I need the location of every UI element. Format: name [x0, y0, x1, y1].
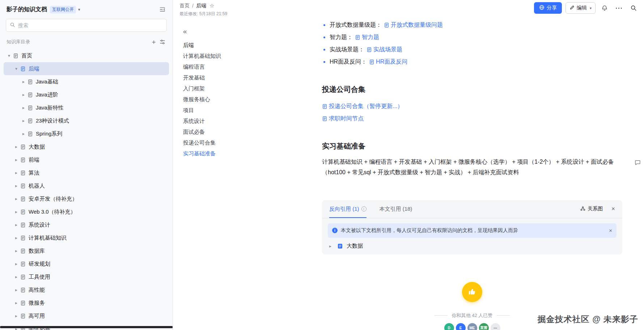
expand-arrow-icon[interactable]: ▸: [20, 118, 27, 123]
expand-arrow-icon[interactable]: ▾: [6, 53, 12, 58]
expand-arrow-icon[interactable]: ▸: [13, 144, 20, 149]
tree-item[interactable]: ▸ 23种设计模式: [4, 114, 169, 127]
tree-item[interactable]: ▸ Web 3.0（待补充）: [4, 205, 169, 218]
tree-item-label: 安卓开发（待补充）: [29, 196, 77, 202]
tree-item[interactable]: ▸ 安卓开发（待补充）: [4, 192, 169, 205]
relation-graph-button[interactable]: 关系图: [580, 206, 603, 212]
bullet-list: 开放式数据量级题： 开放式数据量级问题 智力题：: [322, 19, 622, 68]
outline-item[interactable]: 系统设计: [183, 116, 292, 127]
tree-item[interactable]: ▸ 高性能: [4, 283, 169, 296]
expand-arrow-icon[interactable]: ▸: [13, 170, 20, 175]
tree-item-label: 后端: [29, 65, 39, 72]
tree-item[interactable]: ▸ 算法: [4, 166, 169, 179]
expand-arrow-icon[interactable]: ▸: [20, 79, 27, 84]
expand-arrow-icon[interactable]: ▸: [13, 248, 20, 253]
close-panel-icon[interactable]: ×: [611, 205, 615, 213]
tree-item[interactable]: ▸ 数据库: [4, 244, 169, 257]
outline-item[interactable]: 开发基础: [183, 72, 292, 83]
tree-item[interactable]: ▸ 系统设计: [4, 218, 169, 231]
expand-arrow-icon[interactable]: ▸: [20, 131, 27, 136]
tree-item-label: Web 3.0（待补充）: [29, 209, 76, 215]
add-page-icon[interactable]: +: [149, 38, 158, 46]
tree-item[interactable]: ▸ 前端: [4, 153, 169, 166]
expand-arrow-icon[interactable]: ▸: [13, 287, 20, 292]
avatar[interactable]: D: [444, 323, 454, 330]
dismiss-banner-icon[interactable]: ×: [609, 227, 612, 233]
expand-arrow-icon[interactable]: ▾: [13, 66, 20, 71]
outline-item[interactable]: 计算机基础知识: [183, 51, 292, 61]
edit-label: 编辑: [577, 5, 587, 11]
tree-item[interactable]: ▸ 高可用: [4, 309, 169, 322]
outline-item[interactable]: 实习基础准备: [183, 148, 292, 159]
tree-item[interactable]: ▸ Spring系列: [4, 127, 169, 140]
outline-item[interactable]: 项目: [183, 105, 292, 116]
expand-arrow-icon[interactable]: ▸: [20, 92, 27, 97]
sidebar-collapse-icon[interactable]: [158, 5, 167, 14]
tree-item[interactable]: ▾ 后端: [4, 62, 169, 75]
doc-icon: [20, 248, 26, 254]
comment-bubble-icon[interactable]: [634, 159, 641, 167]
horizontal-scrollbar[interactable]: [0, 326, 173, 328]
edit-button[interactable]: 编辑 ▾: [565, 2, 596, 14]
expand-arrow-icon[interactable]: ▸: [13, 313, 20, 318]
reference-item[interactable]: ▸ 大数据: [322, 238, 622, 254]
outline-item[interactable]: 面试必备: [183, 127, 292, 137]
more-menu-icon[interactable]: ⋯: [614, 3, 624, 13]
like-button[interactable]: [462, 282, 482, 302]
avatar[interactable]: E: [456, 323, 466, 330]
list-item: 智力题： 智力题: [322, 31, 622, 43]
doc-mention-link[interactable]: 智力题: [355, 34, 379, 41]
expand-arrow-icon[interactable]: ▸: [13, 222, 20, 227]
info-icon[interactable]: i: [361, 206, 367, 211]
tree-item[interactable]: ▸ Java新特性: [4, 101, 169, 114]
doc-icon: [27, 105, 33, 111]
expand-arrow-icon[interactable]: ▸: [13, 157, 20, 162]
tree-item[interactable]: ▸ 工具使用: [4, 270, 169, 283]
favorite-star-icon[interactable]: ☆: [209, 3, 214, 9]
tree-item[interactable]: ▸ 研发规划: [4, 257, 169, 270]
notifications-bell-icon[interactable]: [599, 3, 610, 13]
doc-mention-link[interactable]: 投递公司合集（暂停更新...）: [322, 103, 403, 110]
doc-icon: [369, 59, 374, 65]
doc-mention-link[interactable]: 开放式数据量级问题: [384, 21, 443, 29]
outline-item[interactable]: 编程语言: [183, 61, 292, 72]
tab-backlinks[interactable]: 反向引用 (1) i: [329, 200, 367, 218]
expand-arrow-icon[interactable]: ▸: [13, 196, 20, 201]
avatar[interactable]: ⋯: [491, 323, 500, 330]
search-input[interactable]: [18, 22, 163, 28]
outline-collapse-icon[interactable]: «: [183, 27, 192, 35]
doc-mention-link[interactable]: HR面及反问: [369, 58, 407, 66]
expand-arrow-icon[interactable]: ▸: [13, 261, 20, 266]
expand-arrow-icon[interactable]: ▸: [20, 105, 27, 110]
outline-item[interactable]: 后端: [183, 40, 292, 51]
expand-arrow-icon[interactable]: ▸: [13, 209, 20, 214]
avatar[interactable]: 直营: [479, 323, 489, 330]
tree-item[interactable]: ▸ Java进阶: [4, 88, 169, 101]
breadcrumb-home[interactable]: 首页: [179, 3, 190, 9]
doc-icon: [20, 300, 26, 306]
sidebar-search[interactable]: [6, 19, 167, 32]
share-button[interactable]: 分享: [534, 2, 562, 14]
outline-item[interactable]: 投递公司合集: [183, 137, 292, 148]
tree-item[interactable]: ▸ 微服务: [4, 296, 169, 309]
outline-item[interactable]: 微服务核心: [183, 94, 292, 105]
tree-settings-icon[interactable]: [158, 38, 167, 46]
tree-item[interactable]: ▸ 机器人: [4, 179, 169, 192]
tree-item[interactable]: ▸ 大数据: [4, 140, 169, 153]
workspace-switcher-caret-icon[interactable]: ▾: [78, 7, 80, 12]
search-icon[interactable]: [628, 3, 639, 13]
expand-arrow-icon[interactable]: ▸: [13, 183, 20, 188]
tab-outlinks[interactable]: 本文引用 (18): [380, 200, 412, 218]
tree-item[interactable]: ▾ 首页: [4, 49, 169, 62]
expand-arrow-icon[interactable]: ▸: [13, 300, 20, 305]
expand-arrow-icon[interactable]: ▸: [13, 235, 20, 240]
expand-arrow-icon[interactable]: ▸: [13, 274, 20, 279]
expand-arrow-icon[interactable]: ▸: [327, 244, 334, 249]
outline-item[interactable]: 入门框架: [183, 83, 292, 94]
doc-mention-link[interactable]: 实战场景题: [367, 46, 402, 53]
tree-item[interactable]: ▸ Java基础: [4, 75, 169, 88]
avatar[interactable]: ME: [467, 323, 477, 330]
tree-item[interactable]: ▸ 计算机基础知识: [4, 231, 169, 244]
doc-mention-link[interactable]: 求职时间节点: [322, 115, 364, 123]
tree-item-label: Java新特性: [36, 104, 64, 111]
